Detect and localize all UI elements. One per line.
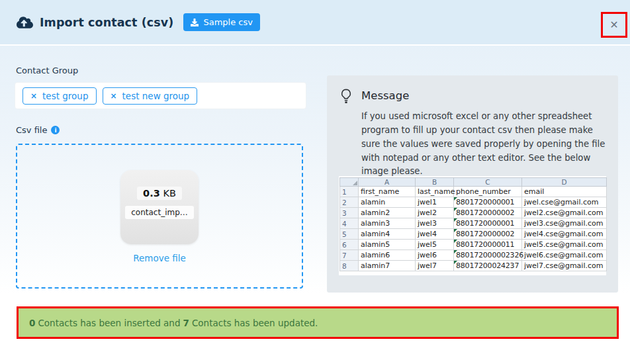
excel-cell: jwel4.cse@gmail.com bbox=[522, 229, 607, 240]
import-contact-modal: Import contact (csv) Sample csv ✕ Contac… bbox=[0, 0, 630, 364]
excel-row: 5 alamin4 jwel4 8801720000002 jwel4.cse@… bbox=[340, 229, 607, 240]
select-all-triangle-icon bbox=[353, 181, 357, 185]
excel-cell: phone_number bbox=[454, 187, 522, 197]
excel-row: 4 alamin3 jwel3 8801720000001 jwel3.cse@… bbox=[340, 218, 607, 229]
tag-label: test group bbox=[42, 91, 88, 101]
tag-label: test new group bbox=[122, 91, 190, 101]
close-button[interactable]: ✕ bbox=[601, 12, 627, 38]
excel-cell: jwel3 bbox=[416, 218, 454, 229]
sample-csv-label: Sample csv bbox=[203, 17, 253, 27]
excel-cell: jwel5.cse@gmail.com bbox=[522, 240, 607, 250]
excel-row: 2 alamin jwel1 8801720000001 jwel.cse@gm… bbox=[340, 197, 607, 208]
message-panel: Message If you used microsoft excel or a… bbox=[327, 75, 618, 293]
inserted-text: Contacts has been inserted and bbox=[38, 318, 180, 328]
excel-cell: jwel7 bbox=[416, 261, 454, 271]
excel-cell-text: 8801720000001 bbox=[456, 198, 514, 206]
excel-row-number: 3 bbox=[340, 208, 359, 218]
excel-cell: alamin3 bbox=[359, 218, 416, 229]
excel-cell: 8801720000001 bbox=[454, 197, 522, 208]
excel-cell-text: 8801720000011 bbox=[456, 240, 514, 249]
excel-warning-triangle-icon bbox=[454, 197, 457, 201]
modal-header: Import contact (csv) Sample csv ✕ bbox=[0, 0, 630, 46]
updated-text: Contacts has been updated. bbox=[192, 318, 318, 328]
lightbulb-icon bbox=[338, 88, 354, 105]
download-icon bbox=[191, 19, 199, 26]
excel-cell: 8801720000001 bbox=[454, 218, 522, 229]
excel-row-number: 7 bbox=[340, 250, 359, 261]
excel-col-letter: B bbox=[416, 178, 454, 187]
excel-cell: jwel5 bbox=[416, 240, 454, 250]
tag-remove-icon[interactable]: × bbox=[30, 92, 37, 100]
excel-cell: 88017200024237 bbox=[454, 261, 522, 271]
excel-warning-triangle-icon bbox=[454, 261, 457, 264]
uploaded-file-card: 0.3 KB contact_imp… bbox=[120, 170, 199, 244]
file-name: contact_imp… bbox=[125, 206, 194, 219]
excel-row-number: 5 bbox=[340, 229, 359, 240]
excel-corner-cell bbox=[340, 178, 359, 187]
contact-group-input[interactable]: × test group × test new group bbox=[15, 82, 306, 109]
tag-test-group[interactable]: × test group bbox=[22, 87, 97, 105]
excel-cell: 8801720000002 bbox=[454, 229, 522, 240]
excel-cell-text: 8801720000001 bbox=[456, 219, 514, 228]
excel-row-number: 2 bbox=[340, 197, 359, 208]
tag-remove-icon[interactable]: × bbox=[111, 92, 117, 100]
message-title: Message bbox=[361, 89, 409, 102]
close-icon: ✕ bbox=[609, 19, 618, 31]
remove-file-link[interactable]: Remove file bbox=[133, 253, 186, 263]
file-size: 0.3 KB bbox=[137, 187, 182, 200]
excel-cell: 8801720000002 bbox=[454, 208, 522, 218]
excel-cell-text: 88017200024237 bbox=[456, 261, 519, 270]
file-size-value: 0.3 bbox=[143, 188, 160, 199]
excel-row-number: 1 bbox=[340, 187, 359, 197]
excel-cell: jwel4 bbox=[416, 229, 454, 240]
excel-col-letter: D bbox=[522, 178, 607, 187]
excel-cell-text: 8801720000002 bbox=[456, 230, 514, 238]
excel-cell: jwel.cse@gmail.com bbox=[522, 197, 607, 208]
excel-letter-row: A B C D bbox=[340, 178, 607, 187]
excel-row-number: 6 bbox=[340, 240, 359, 250]
excel-warning-triangle-icon bbox=[454, 250, 457, 253]
excel-row-number: 8 bbox=[340, 261, 359, 271]
csv-file-label-text: Csv file bbox=[16, 125, 47, 135]
cloud-upload-icon bbox=[16, 16, 34, 29]
tag-test-new-group[interactable]: × test new group bbox=[103, 87, 198, 105]
excel-row: 8 alamin7 jwel7 88017200024237 jwel7.cse… bbox=[340, 261, 607, 271]
excel-cell: alamin2 bbox=[359, 208, 416, 218]
excel-row: 6 alamin5 jwel5 8801720000011 jwel5.cse@… bbox=[340, 240, 607, 250]
excel-cell: jwel6.cse@gmail.com bbox=[522, 250, 607, 261]
excel-cell: alamin7 bbox=[359, 261, 416, 271]
csv-dropzone[interactable]: 0.3 KB contact_imp… Remove file bbox=[16, 144, 303, 289]
excel-cell-text: 8801720000002 bbox=[456, 208, 514, 217]
excel-cell: 880172000002326 bbox=[454, 250, 522, 261]
excel-cell: 8801720000011 bbox=[454, 240, 522, 250]
excel-cell: alamin6 bbox=[359, 250, 416, 261]
excel-warning-triangle-icon bbox=[454, 240, 457, 243]
excel-cell-text: 880172000002326 bbox=[456, 251, 523, 259]
excel-screenshot: A B C D 1 first_name last_name phone_num… bbox=[339, 176, 606, 275]
excel-row: 7 alamin6 jwel6 880172000002326 jwel6.cs… bbox=[340, 250, 607, 261]
excel-cell: jwel2 bbox=[416, 208, 454, 218]
contact-group-label: Contact Group bbox=[16, 66, 78, 75]
file-size-unit: KB bbox=[160, 188, 176, 199]
excel-row-number: 4 bbox=[340, 218, 359, 229]
info-icon[interactable]: i bbox=[51, 126, 60, 134]
excel-warning-triangle-icon bbox=[454, 208, 457, 211]
excel-col-letter: A bbox=[359, 178, 416, 187]
excel-cell: email bbox=[522, 187, 607, 197]
excel-col-letter: C bbox=[454, 178, 522, 187]
excel-cell: alamin4 bbox=[359, 229, 416, 240]
excel-cell: jwel2.cse@gmail.com bbox=[522, 208, 607, 218]
excel-cell: alamin5 bbox=[359, 240, 416, 250]
excel-cell: alamin bbox=[359, 197, 416, 208]
excel-warning-triangle-icon bbox=[454, 229, 457, 232]
excel-cell: jwel6 bbox=[416, 250, 454, 261]
excel-row: 3 alamin2 jwel2 8801720000002 jwel2.cse@… bbox=[340, 208, 607, 218]
excel-cell: jwel7.cse@gmail.com bbox=[522, 261, 607, 271]
message-body: If you used microsoft excel or any other… bbox=[361, 110, 613, 179]
csv-file-label: Csv file i bbox=[16, 125, 60, 135]
excel-cell: last_name bbox=[416, 187, 454, 197]
inserted-count: 0 bbox=[29, 318, 35, 328]
excel-row: 1 first_name last_name phone_number emai… bbox=[340, 187, 607, 197]
sample-csv-button[interactable]: Sample csv bbox=[183, 13, 260, 31]
excel-cell: first_name bbox=[359, 187, 416, 197]
